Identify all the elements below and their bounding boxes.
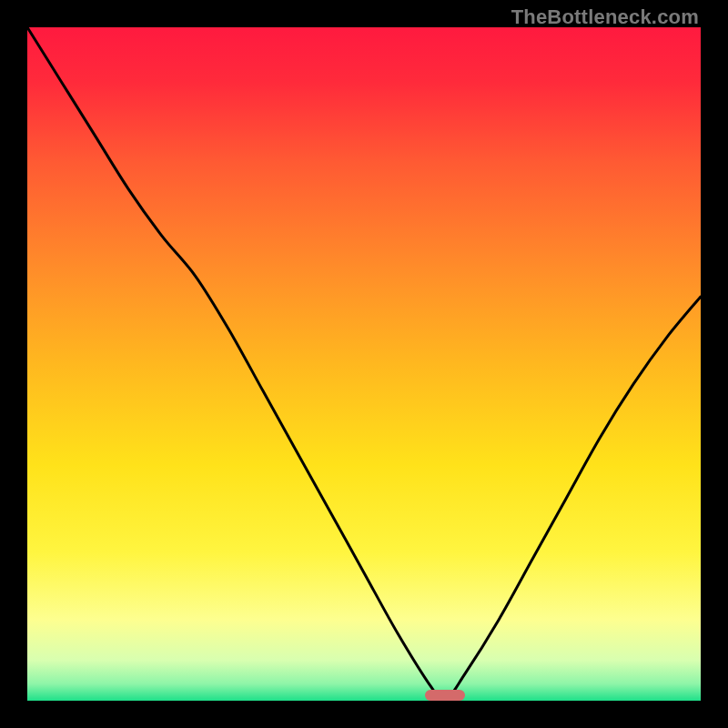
optimal-region-marker	[425, 690, 465, 701]
watermark-text: TheBottleneck.com	[511, 5, 699, 29]
chart-frame: TheBottleneck.com	[0, 0, 728, 728]
bottleneck-curve	[27, 27, 701, 701]
plot-area	[27, 27, 701, 701]
